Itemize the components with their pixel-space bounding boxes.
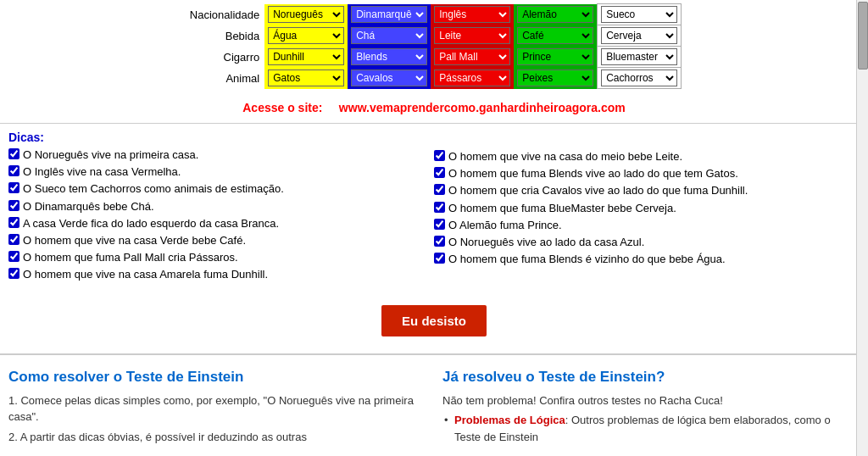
select-r0-c4[interactable]: NorueguêsDinamarquêsInglêsAlemãoSueco [601, 6, 677, 23]
bottom-left-p-1: 2. A partir das dicas óbvias, é possível… [8, 429, 426, 446]
site-link: Acesse o site: www.vemaprendercomo.ganha… [0, 96, 868, 120]
cell-r1-c0[interactable]: ÁguaCháLeiteCaféCerveja [264, 25, 348, 47]
bottom-right-text: Não tem problema! Confira outros testes … [442, 392, 860, 446]
select-r1-c4[interactable]: ÁguaCháLeiteCaféCerveja [601, 27, 677, 44]
clue-checkbox-right-0[interactable] [434, 150, 445, 161]
scrollbar[interactable] [856, 0, 868, 456]
scroll-thumb[interactable] [858, 2, 868, 70]
clue-text-left-0: O Norueguês vive na primeira casa. [23, 147, 198, 163]
cell-r0-c3[interactable]: NorueguêsDinamarquêsInglêsAlemãoSueco [514, 4, 598, 25]
row-label-1: Bebida [186, 25, 264, 47]
bottom-left-text: 1. Comece pelas dicas simples como, por … [8, 392, 426, 446]
clue-text-right-1: O homem que fuma Blends vive ao lado do … [448, 166, 738, 181]
bottom-right-intro: Não tem problema! Confira outros testes … [442, 392, 860, 409]
desisto-button[interactable]: Eu desisto [381, 305, 487, 336]
bullet-list: Problemas de Lógica: Outros problemas de… [442, 412, 860, 445]
cell-r1-c3[interactable]: ÁguaCháLeiteCaféCerveja [514, 25, 598, 47]
row-label-0: Nacionalidade [186, 4, 264, 25]
clue-left-1: O Inglês vive na casa Vermelha. [8, 164, 434, 180]
clue-checkbox-left-0[interactable] [8, 148, 19, 159]
select-r2-c1[interactable]: DunhillBlendsPall MallPrinceBluemaster [351, 48, 427, 65]
clues-left: O Norueguês vive na primeira casa.O Ingl… [8, 147, 434, 283]
cell-r1-c4[interactable]: ÁguaCháLeiteCaféCerveja [598, 25, 682, 47]
bottom-left: Como resolver o Teste de Einstein 1. Com… [8, 369, 426, 449]
clue-checkbox-left-6[interactable] [8, 251, 19, 262]
clue-left-2: O Sueco tem Cachorros como animais de es… [8, 181, 434, 197]
clue-text-left-6: O homem que fuma Pall Mall cria Pássaros… [23, 250, 238, 265]
select-r2-c2[interactable]: DunhillBlendsPall MallPrinceBluemaster [434, 48, 510, 65]
select-r0-c0[interactable]: NorueguêsDinamarquêsInglêsAlemãoSueco [268, 6, 344, 23]
cell-r0-c1[interactable]: NorueguêsDinamarquêsInglêsAlemãoSueco [348, 4, 431, 25]
cell-r3-c1[interactable]: GatosCavalosPássarosPeixesCachorros [348, 68, 431, 89]
clue-checkbox-left-5[interactable] [8, 234, 19, 245]
cell-r2-c3[interactable]: DunhillBlendsPall MallPrinceBluemaster [514, 47, 598, 68]
clue-right-5: O Norueguês vive ao lado da casa Azul. [434, 235, 860, 250]
clue-text-left-5: O homem que vive na casa Verde bebe Café… [23, 233, 246, 248]
clue-text-left-2: O Sueco tem Cachorros como animais de es… [23, 181, 284, 197]
cell-r3-c2[interactable]: GatosCavalosPássarosPeixesCachorros [431, 68, 514, 89]
select-r3-c2[interactable]: GatosCavalosPássarosPeixesCachorros [434, 70, 510, 86]
cell-r3-c3[interactable]: GatosCavalosPássarosPeixesCachorros [514, 68, 598, 89]
page-wrapper: NacionalidadeNorueguêsDinamarquêsInglêsA… [0, 0, 868, 456]
clue-checkbox-left-4[interactable] [8, 217, 19, 228]
clue-text-left-7: O homem que vive na casa Amarela fuma Du… [23, 267, 268, 282]
clue-text-right-6: O homem que fuma Blends é vizinho do que… [448, 252, 726, 267]
select-r0-c2[interactable]: NorueguêsDinamarquêsInglêsAlemãoSueco [434, 6, 510, 23]
select-r1-c1[interactable]: ÁguaCháLeiteCaféCerveja [351, 27, 427, 44]
clue-left-6: O homem que fuma Pall Mall cria Pássaros… [8, 250, 434, 265]
clue-checkbox-left-1[interactable] [8, 165, 19, 176]
clue-checkbox-right-4[interactable] [434, 219, 445, 230]
clue-right-6: O homem que fuma Blends é vizinho do que… [434, 252, 860, 267]
clue-text-left-4: A casa Verde fica do lado esquerdo da ca… [23, 216, 279, 231]
select-r0-c3[interactable]: NorueguêsDinamarquêsInglêsAlemãoSueco [517, 6, 593, 23]
cell-r2-c1[interactable]: DunhillBlendsPall MallPrinceBluemaster [348, 47, 431, 68]
clue-checkbox-right-3[interactable] [434, 202, 445, 213]
cell-r3-c0[interactable]: GatosCavalosPássarosPeixesCachorros [264, 68, 348, 89]
cell-r2-c0[interactable]: DunhillBlendsPall MallPrinceBluemaster [264, 47, 348, 68]
clue-text-right-3: O homem que fuma BlueMaster bebe Cerveja… [448, 201, 676, 216]
bottom-right-title: Já resolveu o Teste de Einstein? [442, 369, 860, 386]
cell-r2-c2[interactable]: DunhillBlendsPall MallPrinceBluemaster [431, 47, 514, 68]
select-r2-c0[interactable]: DunhillBlendsPall MallPrinceBluemaster [268, 48, 344, 65]
cell-r1-c1[interactable]: ÁguaCháLeiteCaféCerveja [348, 25, 431, 47]
select-r1-c2[interactable]: ÁguaCháLeiteCaféCerveja [434, 27, 510, 44]
clue-checkbox-left-2[interactable] [8, 182, 19, 193]
cell-r0-c2[interactable]: NorueguêsDinamarquêsInglêsAlemãoSueco [431, 4, 514, 25]
clues-left-col: Dicas: O Norueguês vive na primeira casa… [8, 131, 434, 285]
select-r1-c3[interactable]: ÁguaCháLeiteCaféCerveja [517, 27, 593, 44]
clue-text-right-5: O Norueguês vive ao lado da casa Azul. [448, 235, 644, 250]
divider [0, 123, 868, 124]
cell-r0-c0[interactable]: NorueguêsDinamarquêsInglêsAlemãoSueco [264, 4, 348, 25]
clues-section: Dicas: O Norueguês vive na primeira casa… [0, 127, 868, 288]
select-r3-c0[interactable]: GatosCavalosPássarosPeixesCachorros [268, 70, 344, 86]
clue-checkbox-right-2[interactable] [434, 184, 445, 195]
select-r2-c4[interactable]: DunhillBlendsPall MallPrinceBluemaster [601, 48, 677, 65]
row-label-3: Animal [186, 68, 264, 89]
bullet-link-0[interactable]: Problemas de Lógica [454, 414, 565, 426]
clue-checkbox-right-6[interactable] [434, 253, 445, 264]
clue-checkbox-right-1[interactable] [434, 167, 445, 178]
clue-checkbox-right-5[interactable] [434, 236, 445, 247]
cell-r0-c4[interactable]: NorueguêsDinamarquêsInglêsAlemãoSueco [598, 4, 682, 25]
site-url[interactable]: www.vemaprendercomo.ganhardinheiroagora.… [339, 101, 626, 114]
cell-r1-c2[interactable]: ÁguaCháLeiteCaféCerveja [431, 25, 514, 47]
clue-right-4: O Alemão fuma Prince. [434, 218, 860, 233]
cell-r3-c4[interactable]: GatosCavalosPássarosPeixesCachorros [598, 68, 682, 89]
select-r3-c1[interactable]: GatosCavalosPássarosPeixesCachorros [351, 70, 427, 86]
clue-checkbox-left-3[interactable] [8, 200, 19, 211]
row-label-2: Cigarro [186, 47, 264, 68]
select-r2-c3[interactable]: DunhillBlendsPall MallPrinceBluemaster [517, 48, 593, 65]
select-r3-c3[interactable]: GatosCavalosPássarosPeixesCachorros [517, 70, 593, 86]
button-section: Eu desisto [0, 288, 868, 353]
cell-r2-c4[interactable]: DunhillBlendsPall MallPrinceBluemaster [598, 47, 682, 68]
clues-title: Dicas: [8, 131, 434, 144]
clue-left-4: A casa Verde fica do lado esquerdo da ca… [8, 216, 434, 231]
clue-left-5: O homem que vive na casa Verde bebe Café… [8, 233, 434, 248]
bullet-item-0: Problemas de Lógica: Outros problemas de… [442, 412, 860, 445]
clues-right: O homem que vive na casa do meio bebe Le… [434, 131, 860, 267]
select-r1-c0[interactable]: ÁguaCháLeiteCaféCerveja [268, 27, 344, 44]
select-r0-c1[interactable]: NorueguêsDinamarquêsInglêsAlemãoSueco [351, 6, 427, 23]
clue-right-1: O homem que fuma Blends vive ao lado do … [434, 166, 860, 181]
select-r3-c4[interactable]: GatosCavalosPássarosPeixesCachorros [601, 70, 677, 86]
clue-checkbox-left-7[interactable] [8, 268, 19, 279]
